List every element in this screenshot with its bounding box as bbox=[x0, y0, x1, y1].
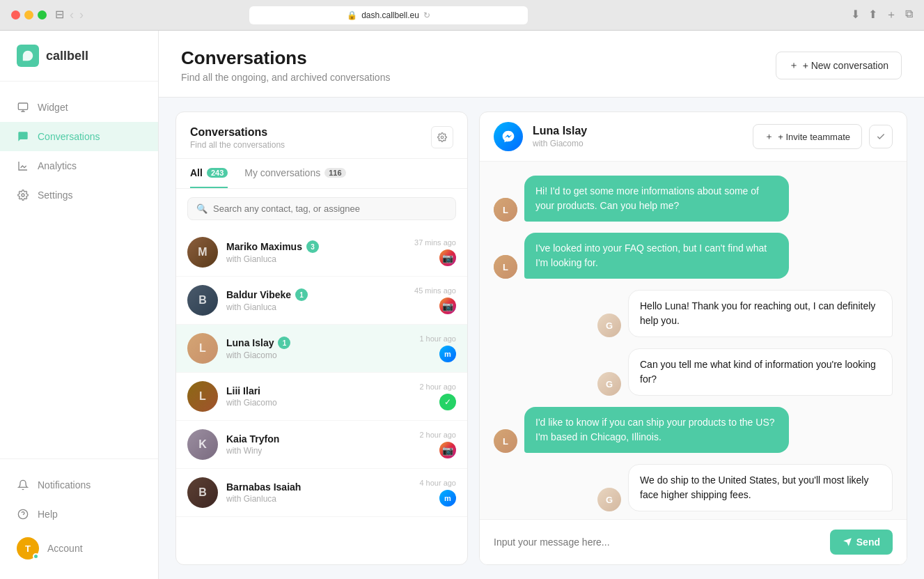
conv-tabs: All 243 My conversations 116 bbox=[176, 159, 467, 189]
invite-teammate-button[interactable]: ＋ + Invite teammate bbox=[753, 124, 862, 149]
browser-nav-controls[interactable]: ⊟ ‹ › bbox=[55, 8, 84, 22]
sidebar-item-analytics[interactable]: Analytics bbox=[0, 151, 158, 180]
chat-actions: ＋ + Invite teammate bbox=[753, 124, 893, 149]
minimize-window-button[interactable] bbox=[24, 10, 33, 20]
conv-badge: 1 bbox=[295, 288, 308, 301]
conv-meta: 4 hour ago m bbox=[419, 479, 456, 507]
message-bubble: I've looked into your FAQ section, but I… bbox=[524, 233, 789, 279]
sidebar-item-account[interactable]: T Account bbox=[0, 529, 158, 568]
sidebar-item-label-account: Account bbox=[47, 543, 83, 554]
message-bubble: Can you tell me what kind of information… bbox=[628, 348, 893, 396]
sidebar-item-widget[interactable]: Widget bbox=[0, 93, 158, 122]
tab-all[interactable]: All 243 bbox=[190, 159, 228, 188]
chat-header: Luna Islay with Giacomo ＋ + Invite teamm… bbox=[480, 112, 907, 162]
message-bubble: We do ship to the United States, but you… bbox=[628, 464, 893, 511]
list-item[interactable]: B Barnabas Isaiah with Gianluca 4 hour a… bbox=[176, 469, 467, 517]
conv-sub: with Giacomo bbox=[226, 398, 411, 408]
avatar: L bbox=[494, 198, 517, 222]
new-conversation-button[interactable]: ＋ + New conversation bbox=[776, 52, 902, 79]
refresh-icon[interactable]: ↻ bbox=[423, 10, 430, 20]
instagram-icon: 📷 bbox=[439, 249, 456, 266]
share-icon[interactable]: ⬆ bbox=[868, 8, 877, 22]
conv-sub: with Gianluca bbox=[226, 302, 406, 312]
message-row: We do ship to the United States, but you… bbox=[494, 464, 893, 511]
maximize-window-button[interactable] bbox=[38, 10, 47, 20]
whatsapp-icon: ✓ bbox=[439, 394, 456, 410]
address-bar[interactable]: 🔒 dash.callbell.eu ↻ bbox=[249, 6, 528, 24]
download-icon[interactable]: ⬇ bbox=[851, 8, 860, 22]
conv-meta: 1 hour ago m bbox=[419, 334, 456, 362]
check-button[interactable] bbox=[869, 125, 893, 148]
conv-name: Liii Ilari bbox=[226, 385, 260, 396]
conv-meta: 2 hour ago ✓ bbox=[419, 383, 456, 410]
back-icon[interactable]: ‹ bbox=[70, 8, 74, 22]
gear-icon bbox=[17, 189, 29, 201]
messenger-platform-icon bbox=[494, 122, 523, 151]
send-button[interactable]: Send bbox=[830, 530, 893, 555]
plus-icon: ＋ bbox=[789, 59, 799, 72]
conv-badge: 1 bbox=[278, 337, 290, 349]
conv-name: Kaia Tryfon bbox=[226, 433, 279, 445]
avatar: B bbox=[187, 477, 218, 508]
chat-panel: Luna Islay with Giacomo ＋ + Invite teamm… bbox=[479, 111, 907, 565]
sidebar-item-conversations[interactable]: Conversations bbox=[0, 122, 158, 151]
sidebar-toggle-icon[interactable]: ⊟ bbox=[55, 8, 64, 22]
search-bar[interactable]: 🔍 bbox=[187, 197, 456, 220]
message-bubble: Hi! I'd to get some more informations ab… bbox=[524, 176, 789, 222]
message-row: Hello Luna! Thank you for reaching out, … bbox=[494, 290, 893, 337]
conv-info: Liii Ilari with Giacomo bbox=[226, 385, 411, 408]
new-tab-icon[interactable]: ＋ bbox=[886, 8, 897, 22]
message-row: L Hi! I'd to get some more informations … bbox=[494, 176, 893, 222]
conv-time: 1 hour ago bbox=[419, 334, 456, 343]
avatar: K bbox=[187, 429, 218, 460]
message-row: Can you tell me what kind of information… bbox=[494, 348, 893, 396]
sidebar-item-label-conversations: Conversations bbox=[38, 131, 100, 142]
tab-my-badge: 116 bbox=[324, 168, 345, 178]
sidebar-item-notifications[interactable]: Notifications bbox=[0, 470, 158, 500]
page-header: Conversations Find all the ongoing, and … bbox=[159, 31, 924, 98]
list-item[interactable]: K Kaia Tryfon with Winy 2 hour ago 📷 bbox=[176, 421, 467, 469]
sidebar-item-label-notifications: Notifications bbox=[38, 479, 91, 491]
send-icon bbox=[843, 537, 852, 547]
sidebar-item-settings[interactable]: Settings bbox=[0, 180, 158, 210]
page-subtitle: Find all the ongoing, and archived conve… bbox=[181, 72, 390, 83]
new-conversation-label: + New conversation bbox=[803, 60, 888, 71]
conv-name: Barnabas Isaiah bbox=[226, 481, 301, 493]
logo-text: callbell bbox=[46, 49, 88, 63]
conv-info: Barnabas Isaiah with Gianluca bbox=[226, 481, 411, 504]
settings-button[interactable] bbox=[431, 126, 453, 148]
browser-chrome: ⊟ ‹ › 🔒 dash.callbell.eu ↻ ⬇ ⬆ ＋ ⧉ bbox=[0, 0, 924, 31]
sidebar-item-label-settings: Settings bbox=[38, 190, 73, 201]
list-item[interactable]: L Luna Islay 1 with Giacomo 1 hour ago m bbox=[176, 325, 467, 373]
conv-panel-title-block: Conversations Find all the conversations bbox=[190, 126, 285, 150]
message-row: L I've looked into your FAQ section, but… bbox=[494, 233, 893, 279]
search-input[interactable] bbox=[213, 203, 447, 214]
conv-name-row: Liii Ilari bbox=[226, 385, 411, 396]
instagram-icon: 📷 bbox=[439, 298, 456, 314]
conv-panel-title: Conversations bbox=[190, 126, 285, 139]
messenger-icon: m bbox=[439, 346, 456, 362]
browser-actions[interactable]: ⬇ ⬆ ＋ ⧉ bbox=[851, 8, 913, 22]
list-item[interactable]: B Baldur Vibeke 1 with Gianluca 45 mins … bbox=[176, 277, 467, 325]
conv-panel-header: Conversations Find all the conversations bbox=[176, 112, 467, 159]
tab-my-conversations[interactable]: My conversations 116 bbox=[244, 159, 345, 188]
list-item[interactable]: L Liii Ilari with Giacomo 2 hour ago ✓ bbox=[176, 373, 467, 421]
message-input[interactable] bbox=[494, 536, 823, 548]
messenger-icon: m bbox=[439, 490, 456, 507]
invite-label: + Invite teammate bbox=[778, 132, 850, 142]
conv-name: Mariko Maximus bbox=[226, 241, 302, 252]
message-bubble: Hello Luna! Thank you for reaching out, … bbox=[628, 290, 893, 337]
conv-panel-subtitle: Find all the conversations bbox=[190, 140, 285, 150]
close-window-button[interactable] bbox=[11, 10, 20, 20]
security-icon: 🔒 bbox=[347, 10, 357, 20]
avatar: L bbox=[494, 429, 517, 453]
sidebar-item-help[interactable]: Help bbox=[0, 500, 158, 529]
svg-point-3 bbox=[441, 136, 444, 139]
logo-icon bbox=[17, 45, 39, 67]
conv-time: 45 mins ago bbox=[414, 286, 456, 295]
conv-sub: with Gianluca bbox=[226, 254, 406, 264]
forward-icon[interactable]: › bbox=[79, 8, 84, 22]
list-item[interactable]: M Mariko Maximus 3 with Gianluca 37 mins… bbox=[176, 229, 467, 277]
tabs-icon[interactable]: ⧉ bbox=[905, 8, 913, 22]
chat-input-area: Send bbox=[480, 519, 907, 564]
